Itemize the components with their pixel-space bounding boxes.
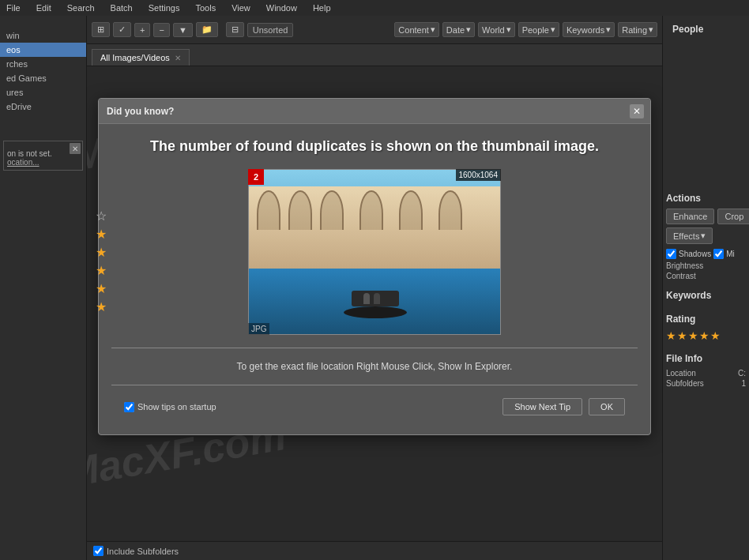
menu-window[interactable]: Window xyxy=(263,3,300,13)
toolbar-folder-btn[interactable]: 📁 xyxy=(196,22,218,37)
image-stars: ☆ ★ ★ ★ ★ ★ xyxy=(96,209,107,314)
toolbar-grid-btn[interactable]: ⊞ xyxy=(92,22,110,37)
rating-star-4[interactable]: ★ xyxy=(699,329,709,342)
star-4: ★ xyxy=(96,263,107,278)
show-tips-checkbox[interactable] xyxy=(124,402,134,412)
include-subfolders-area: Include Subfolders xyxy=(93,546,179,556)
star-2: ★ xyxy=(96,227,107,242)
rating-title: Rating xyxy=(666,314,746,325)
rating-star-5[interactable]: ★ xyxy=(710,329,721,342)
dialog-image-container: ☆ ★ ★ ★ ★ ★ xyxy=(111,169,638,335)
content-area: MacXF.com MacXF.com Did you know? ✕ The … xyxy=(87,66,662,541)
menu-tools[interactable]: Tools xyxy=(192,3,219,13)
star-6: ★ xyxy=(96,299,107,314)
date-dropdown[interactable]: Date ▾ xyxy=(442,22,475,37)
toolbar-plus-btn[interactable]: + xyxy=(134,23,150,37)
location-not-set: on is not set. xyxy=(7,149,79,158)
rating-star-1[interactable]: ★ xyxy=(666,329,676,342)
show-tips-area: Show tips on startup xyxy=(124,402,216,412)
menu-file[interactable]: File xyxy=(3,3,24,13)
sidebar-item-edrive[interactable]: eDrive xyxy=(0,100,86,114)
toolbar-layout-btn[interactable]: ⊟ xyxy=(226,22,244,37)
toolbar-arrow-btn[interactable]: ▼ xyxy=(173,23,193,37)
brightness-label: Brightness xyxy=(666,261,746,270)
location-row: Location C: xyxy=(666,369,746,378)
effects-button[interactable]: Effects ▾ xyxy=(666,227,713,244)
file-info-section: File Info Location C: Subfolders 1 xyxy=(666,353,746,389)
world-dropdown[interactable]: World ▾ xyxy=(478,22,515,37)
star-3: ★ xyxy=(96,245,107,260)
enhance-button[interactable]: Enhance xyxy=(666,209,714,224)
location-panel-close[interactable]: ✕ xyxy=(70,143,81,154)
did-you-know-dialog: Did you know? ✕ The number of found dupl… xyxy=(98,98,651,435)
duplicate-badge: 2 xyxy=(248,169,264,185)
dialog-header: Did you know? ✕ xyxy=(99,99,650,124)
center-area: ⊞ ✓ + − ▼ 📁 ⊟ Unsorted Content ▾ Date ▾ … xyxy=(87,16,662,560)
gondola-image xyxy=(248,169,501,335)
toolbar: ⊞ ✓ + − ▼ 📁 ⊟ Unsorted Content ▾ Date ▾ … xyxy=(87,16,662,44)
keywords-title: Keywords xyxy=(666,290,746,301)
subfolders-key: Subfolders xyxy=(666,379,704,388)
location-key: Location xyxy=(666,369,696,378)
mi-checkbox[interactable] xyxy=(713,249,724,259)
rating-star-2[interactable]: ★ xyxy=(677,329,687,342)
star-5: ★ xyxy=(96,281,107,296)
image-format-label: JPG xyxy=(248,323,269,335)
image-size-label: 1600x1064 xyxy=(456,169,502,181)
dialog-close-button[interactable]: ✕ xyxy=(630,104,644,118)
include-subfolders-checkbox[interactable] xyxy=(93,546,104,556)
menu-bar: File Edit Search Batch Settings Tools Vi… xyxy=(0,0,749,16)
shadows-row: Shadows Mi xyxy=(666,249,746,259)
file-info-title: File Info xyxy=(666,353,746,364)
menu-settings[interactable]: Settings xyxy=(145,3,183,13)
dialog-text-area: The number of found duplicates is shown … xyxy=(111,137,638,156)
toolbar-minus-btn[interactable]: − xyxy=(153,23,169,37)
actions-buttons-row: Enhance Crop xyxy=(666,209,746,224)
right-sidebar: People Actions Enhance Crop Effects ▾ Sh… xyxy=(662,16,749,560)
show-next-tip-button[interactable]: Show Next Tip xyxy=(502,398,582,415)
bottom-bar: Include Subfolders xyxy=(87,541,662,560)
sidebar-item-ures[interactable]: ures xyxy=(0,85,86,100)
location-value: C: xyxy=(738,369,746,378)
include-subfolders-label: Include Subfolders xyxy=(107,547,179,556)
sidebar-item-win[interactable]: win xyxy=(0,28,86,43)
menu-edit[interactable]: Edit xyxy=(33,3,55,13)
mi-label: Mi xyxy=(726,250,735,258)
dialog-overlay: Did you know? ✕ The number of found dupl… xyxy=(87,66,662,541)
menu-help[interactable]: Help xyxy=(310,3,334,13)
menu-view[interactable]: View xyxy=(228,3,254,13)
dialog-footer: Show tips on startup Show Next Tip OK xyxy=(111,392,638,422)
shadows-checkbox[interactable] xyxy=(666,249,676,259)
effects-row: Effects ▾ xyxy=(666,227,746,244)
left-sidebar: win eos rches ed Games ures eDrive ✕ on … xyxy=(0,16,87,560)
actions-title: Actions xyxy=(666,193,746,204)
effects-dropdown-icon: ▾ xyxy=(701,231,706,241)
rating-dropdown[interactable]: Rating ▾ xyxy=(618,22,657,37)
show-tips-label: Show tips on startup xyxy=(137,402,216,412)
dialog-bottom-text: To get the exact file location Right Mou… xyxy=(111,355,638,378)
subfolders-row: Subfolders 1 xyxy=(666,379,746,388)
dialog-body: The number of found duplicates is shown … xyxy=(99,124,650,434)
crop-button[interactable]: Crop xyxy=(717,209,749,224)
menu-batch[interactable]: Batch xyxy=(107,3,136,13)
tab-label: All Images/Videos xyxy=(100,53,170,62)
sort-label: Unsorted xyxy=(247,23,294,37)
tab-close-icon[interactable]: ✕ xyxy=(175,54,181,62)
rating-star-3[interactable]: ★ xyxy=(688,329,698,342)
sidebar-item-games[interactable]: ed Games xyxy=(0,71,86,85)
people-dropdown[interactable]: People ▾ xyxy=(518,22,559,37)
dialog-title: Did you know? xyxy=(107,106,174,117)
subfolders-value: 1 xyxy=(741,379,746,388)
actions-section: Actions Enhance Crop Effects ▾ Shadows M… xyxy=(666,193,746,282)
content-dropdown[interactable]: Content ▾ xyxy=(394,22,439,37)
people-title: People xyxy=(672,24,740,35)
tab-all-images[interactable]: All Images/Videos ✕ xyxy=(92,49,190,66)
toolbar-check-btn[interactable]: ✓ xyxy=(113,22,131,37)
menu-search[interactable]: Search xyxy=(64,3,98,13)
keywords-dropdown[interactable]: Keywords ▾ xyxy=(563,22,615,37)
dialog-divider-1 xyxy=(111,348,638,348)
location-btn[interactable]: ocation... xyxy=(7,158,79,167)
sidebar-item-rches[interactable]: rches xyxy=(0,57,86,71)
sidebar-item-eos[interactable]: eos xyxy=(0,43,86,57)
ok-button[interactable]: OK xyxy=(589,398,625,415)
